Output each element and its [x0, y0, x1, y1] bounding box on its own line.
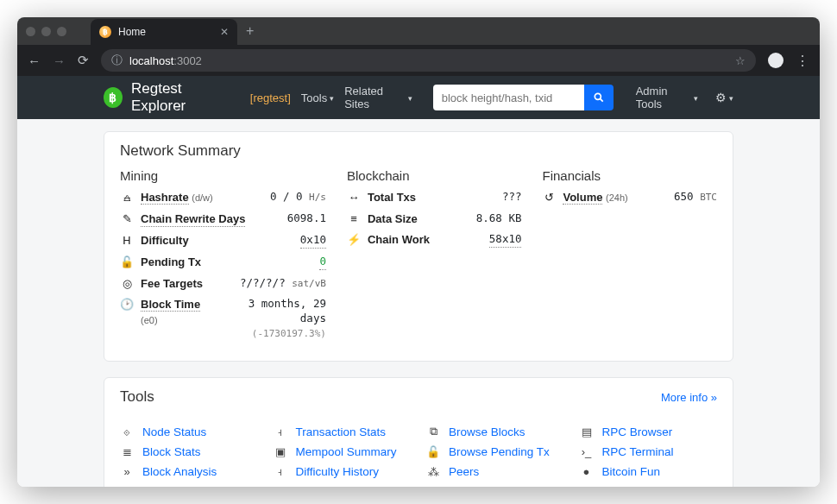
reload-button[interactable]: ⟳ [78, 53, 89, 68]
unlock-icon: 🔓 [426, 445, 440, 458]
pie-chart-icon: ◔ [120, 485, 134, 487]
tool-peers[interactable]: ⁂Peers [426, 463, 564, 480]
unlock-icon: 🔓 [120, 255, 134, 270]
circle-icon: ● [580, 465, 594, 478]
browser-window: ฿ Home ✕ + ← → ⟳ ⓘ localhost:3002 ☆ ⋮ ฿ … [17, 17, 820, 487]
terminal-icon: ›_ [580, 445, 594, 458]
row-total-txs: ↔Total Txs ??? [347, 190, 522, 205]
tools-title: Tools [120, 388, 154, 406]
row-block-time: 🕑Block Time (e0) 3 months, 29 days(-1730… [120, 297, 326, 341]
dumbbell-icon: ᕼ [120, 233, 134, 249]
close-window-icon[interactable] [26, 27, 35, 36]
chevron-down-icon: ▾ [694, 94, 698, 103]
edit-icon: ✎ [120, 211, 134, 227]
zoom-window-icon[interactable] [57, 27, 66, 36]
browser-menu-icon[interactable]: ⋮ [796, 53, 809, 69]
nav-admin-tools[interactable]: Admin Tools▾ [636, 85, 698, 110]
search-button[interactable] [584, 85, 614, 110]
chevron-down-icon: ▾ [330, 94, 334, 103]
address-bar[interactable]: ⓘ localhost:3002 ☆ [101, 49, 756, 72]
clipboard-icon: ▣ [274, 445, 287, 458]
tool-browse-pending-tx[interactable]: 🔓Browse Pending Tx [426, 444, 564, 460]
tachometer-icon: 🜁 [120, 190, 134, 205]
history-icon: ↺ [542, 190, 556, 205]
url-host: localhost [129, 54, 173, 67]
brand-title: Regtest Explorer [131, 80, 231, 115]
svg-point-0 [595, 93, 601, 99]
tool-difficulty-history[interactable]: ⫞Difficulty History [274, 463, 412, 480]
row-pending-tx: 🔓Pending Tx 0 [120, 255, 326, 270]
row-fee-targets: ◎Fee Targets ?/?/?/? sat/vB [120, 276, 326, 292]
blockchain-header: Blockchain [347, 168, 522, 183]
search-group [433, 85, 614, 110]
broadcast-icon: ⟐ [120, 425, 134, 438]
row-volume: ↺Volume (24h) 650 BTC [542, 190, 717, 205]
chart-line-icon: ⫞ [274, 465, 287, 478]
tool-node-status[interactable]: ⟐Node Status [120, 423, 258, 440]
nav-related-sites[interactable]: Related Sites▾ [344, 85, 412, 110]
chevron-down-icon: ▾ [408, 94, 412, 103]
bookmark-icon[interactable]: ☆ [735, 54, 746, 67]
mining-column: Mining 🜁Hashrate (d/w) 0 / 0 H/s ✎Chain … [120, 168, 326, 347]
tool-block-analysis[interactable]: »Block Analysis [120, 463, 258, 480]
tool-browse-blocks[interactable]: ⧉Browse Blocks [426, 423, 564, 440]
tab-title: Home [118, 26, 146, 38]
window-controls [26, 27, 66, 36]
exchange-icon: ↔ [347, 190, 361, 205]
url-bar: ← → ⟳ ⓘ localhost:3002 ☆ ⋮ [17, 45, 820, 76]
tool-mining-summary[interactable]: ◔Mining Summary [120, 483, 258, 487]
tool-mempool-summary[interactable]: ▣Mempool Summary [274, 444, 412, 460]
database-icon: ≡ [347, 211, 361, 227]
svg-line-1 [600, 98, 602, 101]
bitcoin-favicon: ฿ [99, 26, 111, 38]
angle-double-icon: » [120, 465, 134, 478]
search-input[interactable] [433, 85, 584, 110]
blockchain-column: Blockchain ↔Total Txs ??? ≡Data Size 8.6… [347, 168, 522, 347]
titlebar: ฿ Home ✕ + [17, 17, 820, 45]
network-summary-card: Network Summary Mining 🜁Hashrate (d/w) 0… [104, 131, 733, 362]
cubes-icon: ⧉ [426, 425, 440, 438]
financials-column: Financials ↺Volume (24h) 650 BTC [542, 168, 717, 347]
page-content: Network Summary Mining 🜁Hashrate (d/w) 0… [17, 119, 820, 487]
url-port: :3002 [173, 54, 202, 67]
book-icon: ▤ [580, 425, 594, 438]
close-tab-icon[interactable]: ✕ [220, 26, 229, 38]
row-chain-rewrite: ✎Chain Rewrite Days 6098.1 [120, 211, 326, 228]
minimize-window-icon[interactable] [41, 27, 51, 36]
row-difficulty: ᕼDifficulty 0x10 [120, 233, 326, 249]
browser-tab[interactable]: ฿ Home ✕ [91, 19, 237, 45]
gear-icon: ⚙ [715, 91, 727, 104]
site-info-icon[interactable]: ⓘ [111, 53, 123, 68]
settings-menu[interactable]: ⚙▾ [715, 91, 733, 104]
bolt-icon: ⚡ [347, 232, 361, 248]
profile-avatar[interactable] [768, 53, 784, 68]
brand[interactable]: ฿ Regtest Explorer [104, 80, 231, 115]
row-hashrate: 🜁Hashrate (d/w) 0 / 0 H/s [120, 190, 326, 205]
tool-rpc-browser[interactable]: ▤RPC Browser [580, 423, 718, 440]
row-data-size: ≡Data Size 8.68 KB [347, 211, 522, 227]
row-chain-work: ⚡Chain Work 58x10 [347, 232, 522, 248]
bullseye-icon: ◎ [120, 276, 134, 292]
nav-tools[interactable]: Tools▾ [301, 91, 334, 104]
back-button[interactable]: ← [28, 54, 41, 68]
tools-card: Tools More info » ⟐Node Status ⫞Transact… [104, 377, 733, 487]
tool-bitcoin-fun[interactable]: ●Bitcoin Fun [580, 463, 718, 480]
network-summary-title: Network Summary [120, 142, 717, 160]
search-icon [593, 91, 605, 104]
clock-icon: 🕑 [120, 297, 134, 312]
new-tab-button[interactable]: + [246, 23, 254, 39]
chevron-down-icon: ▾ [729, 94, 733, 103]
network-tag[interactable]: [regtest] [250, 91, 291, 104]
chart-bar-icon: ⫞ [274, 425, 287, 438]
layers-icon: ≣ [120, 445, 134, 458]
forward-button[interactable]: → [53, 54, 66, 68]
tool-transaction-stats[interactable]: ⫞Transaction Stats [274, 423, 412, 440]
app-navbar: ฿ Regtest Explorer [regtest] Tools▾ Rela… [17, 76, 820, 119]
tool-rpc-terminal[interactable]: ›_RPC Terminal [580, 444, 718, 460]
mining-header: Mining [120, 168, 326, 183]
sitemap-icon: ⁂ [426, 465, 440, 478]
tool-block-stats[interactable]: ≣Block Stats [120, 444, 258, 460]
brand-logo-icon: ฿ [104, 87, 123, 108]
financials-header: Financials [542, 168, 717, 183]
more-info-link[interactable]: More info » [661, 391, 717, 404]
